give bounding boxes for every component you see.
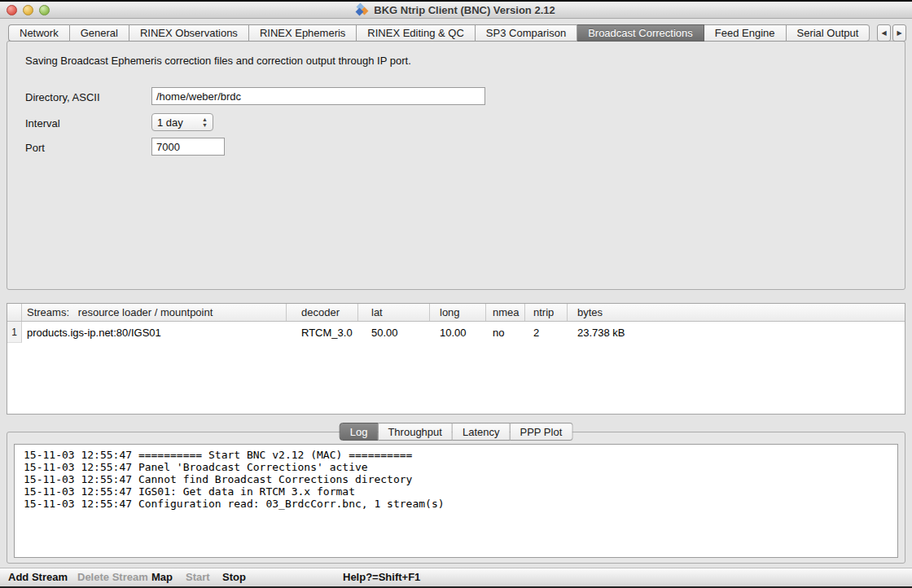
stream-row[interactable]: 1 products.igs-ip.net:80/IGS01 RTCM_3.0 … (7, 322, 905, 343)
pane-description: Saving Broadcast Ephemeris correction fi… (25, 55, 411, 67)
cell-lat: 50.00 (358, 322, 430, 343)
tab-feed-engine[interactable]: Feed Engine (704, 24, 787, 42)
delete-stream-button: Delete Stream (77, 571, 148, 583)
tab-scroll-left-button[interactable]: ◀ (877, 24, 891, 42)
add-stream-button[interactable]: Add Stream (8, 571, 68, 583)
tab-throughput[interactable]: Throughput (378, 423, 453, 441)
close-window-button[interactable] (7, 5, 17, 15)
chevron-right-icon: ▶ (897, 29, 901, 37)
header-lat: lat (358, 304, 430, 321)
tab-rinex-observations[interactable]: RINEX Observations (129, 24, 249, 42)
tab-rinex-ephemeris[interactable]: RINEX Ephemeris (249, 24, 357, 42)
bnc-app-icon (357, 4, 369, 15)
header-mountpoint: Streams: resource loader / mountpoint (22, 304, 287, 321)
row-number-header (7, 304, 22, 321)
directory-ascii-label: Directory, ASCII (25, 91, 100, 103)
log-panel: 15-11-03 12:55:47 ========== Start BNC v… (7, 432, 905, 564)
start-button: Start (186, 571, 210, 583)
log-output[interactable]: 15-11-03 12:55:47 ========== Start BNC v… (14, 444, 898, 558)
help-shortcut-label: Help?=Shift+F1 (343, 571, 420, 583)
bottom-action-bar: Add Stream Delete Stream Map Start Stop … (0, 568, 912, 586)
window-controls (7, 5, 50, 15)
streams-table: Streams: resource loader / mountpoint de… (7, 303, 905, 415)
interval-select[interactable]: 1 day ▲▼ (151, 113, 213, 131)
tab-ppp-plot[interactable]: PPP Plot (510, 423, 572, 441)
cell-long: 10.00 (430, 322, 486, 343)
tab-scrollers: ◀ ▶ (877, 24, 906, 42)
interval-label: Interval (25, 117, 60, 129)
tab-serial-output[interactable]: Serial Output (787, 24, 870, 42)
chevron-left-icon: ◀ (881, 29, 886, 37)
tab-log[interactable]: Log (340, 423, 379, 441)
cell-bytes: 23.738 kB (568, 322, 905, 343)
tab-latency[interactable]: Latency (453, 423, 511, 441)
tab-network[interactable]: Network (8, 24, 70, 42)
minimize-window-button[interactable] (23, 5, 33, 15)
header-nmea: nmea (486, 304, 525, 321)
stop-button[interactable]: Stop (222, 571, 246, 583)
interval-selected-value: 1 day (157, 116, 183, 129)
main-tabbar: Network General RINEX Observations RINEX… (8, 24, 870, 42)
window-title: BKG Ntrip Client (BNC) Version 2.12 (374, 4, 555, 16)
cell-decoder: RTCM_3.0 (287, 322, 358, 343)
row-number: 1 (7, 322, 22, 343)
header-long: long (430, 304, 486, 321)
log-line: 15-11-03 12:55:47 ========== Start BNC v… (24, 449, 897, 461)
stepper-arrows-icon: ▲▼ (202, 116, 208, 128)
tab-scroll-right-button[interactable]: ▶ (892, 24, 906, 42)
cell-nmea: no (486, 322, 525, 343)
header-decoder: decoder (287, 304, 358, 321)
broadcast-corrections-pane: Saving Broadcast Ephemeris correction fi… (7, 41, 905, 290)
log-line: 15-11-03 12:55:47 IGS01: Get data in RTC… (24, 485, 897, 498)
streams-table-header: Streams: resource loader / mountpoint de… (7, 304, 905, 322)
app-window: BKG Ntrip Client (BNC) Version 2.12 Netw… (0, 0, 912, 588)
tab-rinex-editing-qc[interactable]: RINEX Editing & QC (357, 24, 476, 42)
header-ntrip: ntrip (525, 304, 568, 321)
directory-ascii-input[interactable] (151, 87, 485, 105)
titlebar: BKG Ntrip Client (BNC) Version 2.12 (0, 2, 912, 19)
log-line: 15-11-03 12:55:47 Configuration read: 03… (24, 498, 897, 510)
map-button[interactable]: Map (151, 571, 173, 583)
tab-sp3-comparison[interactable]: SP3 Comparison (476, 24, 577, 42)
port-input[interactable] (151, 138, 225, 156)
zoom-window-button[interactable] (39, 5, 50, 15)
tab-general[interactable]: General (70, 24, 129, 42)
header-bytes: bytes (568, 304, 905, 321)
log-line: 15-11-03 12:55:47 Cannot find Broadcast … (24, 473, 897, 485)
log-tabbar: Log Throughput Latency PPP Plot (340, 423, 573, 441)
cell-ntrip: 2 (525, 322, 568, 343)
port-label: Port (25, 142, 45, 154)
cell-mountpoint: products.igs-ip.net:80/IGS01 (22, 322, 287, 343)
tab-broadcast-corrections[interactable]: Broadcast Corrections (577, 24, 704, 42)
log-line: 15-11-03 12:55:47 Panel 'Broadcast Corre… (24, 461, 897, 473)
